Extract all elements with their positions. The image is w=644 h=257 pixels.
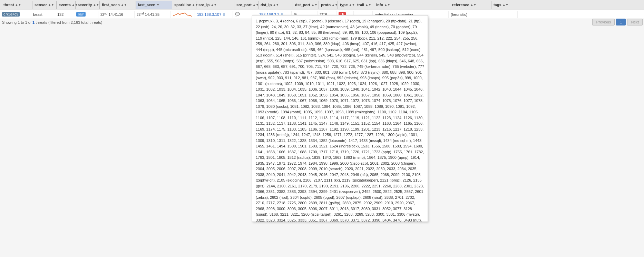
src-ip-value[interactable]: 192.168.3.107 [197,12,221,17]
col-header-sparkline[interactable]: sparkline ▲▼ [172,1,196,9]
col-label-threat: threat [3,3,14,7]
threat-id-badge[interactable]: c7c6e4c9 [2,12,20,17]
column-headers: threat ▲▼ sensor ▲▼ events ▲▼ severity ▲… [0,0,644,10]
sort-arrow-first-seen: ▲▼ [121,3,127,7]
col-header-type[interactable]: type ▲▼ [338,1,355,9]
col-header-dst-port[interactable]: dst_port ▲▼ [293,1,319,9]
sort-arrow-dst-port: ▲▼ [311,3,318,7]
summary-text-before: Showing 1 to 1 of [2,20,32,24]
sort-arrow-trail: ▲▼ [365,3,371,7]
col-header-sensor[interactable]: sensor ▲▼ [32,1,57,9]
col-label-proto: proto [321,3,331,7]
col-label-src-ip: src_ip [198,3,209,7]
sensor-value: beast [33,12,42,17]
next-button[interactable]: Next [627,19,643,25]
cell-reference: (heuristic) [449,11,490,18]
cell-events: 132 [55,11,74,18]
sort-arrow-info: ▲▼ [384,3,390,7]
col-label-info: info [376,3,383,7]
src-ip-download-icon[interactable]: ⬇ [222,12,226,17]
cell-severity: low [74,11,98,18]
sort-arrow-tags: ▲▼ [502,3,509,7]
sort-arrow-last-seen: ▼ [156,3,159,7]
cell-threat-id: c7c6e4c9 [0,11,31,18]
reference-value: (heuristic) [451,12,467,17]
col-header-threat[interactable]: threat ▲▼ [1,1,32,9]
cell-last-seen: 22nd 14:41:35 [135,11,171,18]
sort-arrow-severity: ▲▼ [93,3,99,7]
cell-first-seen: 22nd 14:41:16 [98,11,135,18]
main-wrapper: threat ▲▼ sensor ▲▼ events ▲▼ severity ▲… [0,0,644,257]
col-label-dst-port: dst_port [295,3,310,7]
src-port-icon: 💬 [235,12,240,17]
page-1-button[interactable]: 1 [616,19,626,25]
sort-arrow-threat: ▲▼ [15,3,21,7]
sort-arrow-proto: ▲▼ [332,3,338,7]
col-label-src-port: src_port [236,3,252,7]
col-header-first-seen[interactable]: first_seen ▲▼ [100,1,136,9]
col-header-dst-ip[interactable]: dst_ip ▲▼ [258,1,293,9]
col-label-first-seen: first_seen [102,3,120,7]
sort-arrow-type: ▲▼ [349,3,355,7]
col-label-trail: trail [357,3,364,7]
cell-src-ip: 192.168.3.107 ⬇ [195,11,233,18]
sort-arrow-dst-ip: ▲▼ [273,3,279,7]
col-header-reference[interactable]: reference ▲▼ [450,1,491,9]
first-seen-time: 14:41:16 [108,12,123,17]
pagination-area: Previous 1 Next [592,19,643,25]
col-header-events[interactable]: events ▲▼ [57,1,76,9]
col-header-src-ip[interactable]: src_ip ▲▼ [196,1,234,9]
last-seen-time: 14:41:35 [145,12,159,17]
first-seen-day: 22nd [100,12,107,17]
col-label-severity: severity [78,3,92,7]
col-header-tags[interactable]: tags ▲▼ [491,1,519,9]
col-header-info[interactable]: info ▲▼ [374,1,450,9]
cell-tags [490,11,518,18]
events-value: 132 [57,12,64,17]
cell-sparkline [171,11,195,18]
sort-arrow-reference: ▲▼ [470,3,477,7]
sort-arrow-sensor: ▲▼ [48,3,54,7]
col-label-sparkline: sparkline [174,3,191,7]
cell-sensor: beast [31,11,55,18]
col-header-trail[interactable]: trail ▲▼ [355,1,374,9]
col-label-tags: tags [494,3,501,7]
prev-button[interactable]: Previous [592,19,615,25]
col-label-events: events [59,3,71,7]
col-label-type: type [340,3,348,7]
col-header-severity[interactable]: severity ▲▼ [76,1,100,9]
tooltip-popup: 1 (tcpmux), 3, 4 (echo), 6 (zip), 7 (ech… [252,15,428,222]
last-seen-day: 22nd [137,12,144,17]
col-header-last-seen[interactable]: last_seen ▼ [136,1,172,9]
col-label-reference: reference [452,3,469,7]
col-header-proto[interactable]: proto ▲▼ [319,1,338,9]
severity-badge: low [76,12,86,17]
tooltip-content: 1 (tcpmux), 3, 4 (echo), 6 (zip), 7 (ech… [256,19,424,222]
col-header-src-port[interactable]: src_port ▲▼ [234,1,258,9]
col-label-sensor: sensor [35,3,47,7]
summary-text-after: threats (filtered from 2,163 total threa… [35,20,102,24]
col-label-last-seen: last_seen [138,3,155,7]
sort-arrow-src-ip: ▲▼ [211,3,217,7]
col-label-dst-ip: dst_ip [261,3,272,7]
sort-arrow-src-port: ▲▼ [253,3,259,7]
sparkline-chart [173,12,192,17]
